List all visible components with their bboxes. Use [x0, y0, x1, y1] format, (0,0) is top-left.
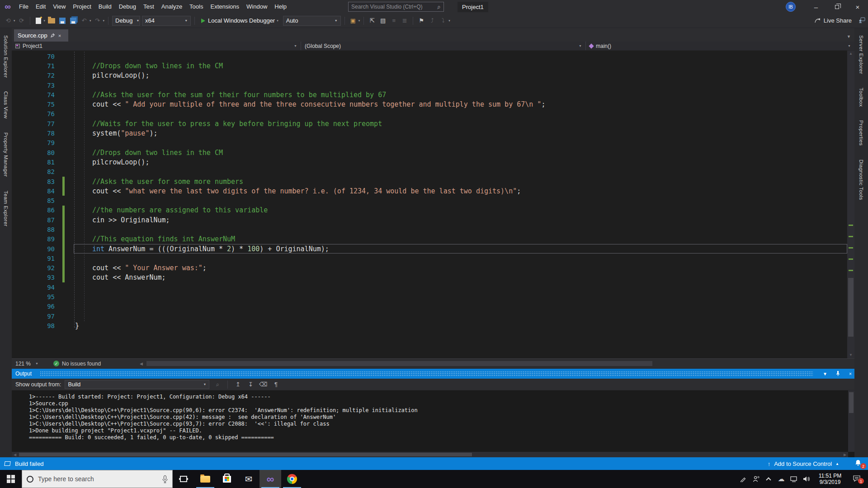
mail-button[interactable]: ✉ — [238, 470, 259, 488]
line-number[interactable]: 70 — [12, 53, 55, 60]
code-line-93[interactable]: 93cout << AnswerNum; — [12, 273, 847, 282]
scroll-up-arrow[interactable]: ▲ — [847, 51, 854, 57]
toolbar-overflow[interactable]: ▾ — [448, 19, 450, 23]
performance-profiler-button[interactable]: ▣ — [349, 16, 358, 25]
undo-dropdown[interactable]: ▾ — [90, 19, 91, 23]
task-view-button[interactable] — [173, 470, 194, 488]
output-line[interactable]: 1>C:\Users\dell\Desktop\C++\Project1\Sou… — [29, 407, 848, 414]
start-debug-button[interactable]: Local Windows Debugger ▾ — [198, 16, 281, 26]
output-line[interactable]: 1>C:\Users\dell\Desktop\C++\Project1\Sou… — [29, 414, 848, 421]
line-number[interactable]: 86 — [12, 206, 55, 214]
code-line-92[interactable]: 92cout << " Your Answer was:"; — [12, 263, 847, 273]
scroll-down-arrow[interactable]: ▼ — [847, 352, 854, 358]
code-line-74[interactable]: 74//Asks the user for the sum of their f… — [12, 90, 847, 99]
find-in-files-button[interactable]: ⇱ — [368, 16, 377, 25]
code-line-98[interactable]: 98} — [12, 321, 847, 330]
output-line[interactable]: 1>C:\Users\dell\Desktop\C++\Project1\Sou… — [29, 421, 848, 427]
menu-debug[interactable]: Debug — [115, 0, 140, 14]
code-line-89[interactable]: 89//This equation finds int AnswerNuM — [12, 235, 847, 244]
onedrive-icon[interactable]: ☁ — [776, 470, 787, 488]
taskbar-search-input[interactable]: Type here to search — [22, 470, 173, 488]
line-number[interactable]: 97 — [12, 313, 55, 320]
line-number[interactable]: 87 — [12, 216, 55, 224]
line-number[interactable]: 89 — [12, 235, 55, 243]
output-line[interactable]: 1>Source.cpp — [29, 400, 848, 407]
platform-select[interactable]: x64▼ — [142, 16, 191, 26]
uncomment-button[interactable]: ≣ — [400, 16, 409, 25]
code-line-77[interactable]: 77//Waits for the user to press a key be… — [12, 119, 847, 128]
code-line-70[interactable]: 70 — [12, 52, 847, 61]
new-file-button[interactable] — [34, 16, 43, 25]
undo-button[interactable]: ↶ — [80, 16, 89, 25]
avatar[interactable]: IB — [786, 2, 796, 12]
code-line-79[interactable]: 79 — [12, 138, 847, 148]
line-number[interactable]: 79 — [12, 139, 55, 146]
code-editor[interactable]: 7071//Drops down two lines in the CM72pi… — [12, 51, 854, 358]
line-number[interactable]: 84 — [12, 188, 55, 195]
panel-tab-toolbox[interactable]: Toolbox — [859, 84, 864, 110]
menu-file[interactable]: File — [15, 0, 32, 14]
line-number[interactable]: 95 — [12, 293, 55, 300]
line-number[interactable]: 71 — [12, 62, 55, 70]
code-line-94[interactable]: 94 — [12, 282, 847, 292]
output-pin-icon[interactable] — [834, 371, 842, 377]
menu-extensions[interactable]: Extensions — [207, 0, 243, 14]
code-line-83[interactable]: 83//Asks the user for some more numbers — [12, 177, 847, 186]
menu-analyze[interactable]: Analyze — [158, 0, 186, 14]
hscroll-thumb[interactable] — [146, 361, 652, 366]
panel-tab-team-explorer[interactable]: Team Explorer — [3, 187, 9, 230]
code-line-90[interactable]: 90int AnswerNum = (((OriginalNum * 2) * … — [12, 244, 847, 253]
line-number[interactable]: 90 — [12, 245, 55, 253]
code-line-91[interactable]: 91 — [12, 253, 847, 263]
mic-icon[interactable] — [162, 475, 168, 483]
save-button[interactable] — [58, 16, 67, 25]
menu-project[interactable]: Project — [69, 0, 94, 14]
tab-close-icon[interactable]: × — [58, 33, 61, 38]
configuration-select[interactable]: Debug▼ — [112, 16, 140, 26]
output-line[interactable]: 1>------ Build started: Project: Project… — [29, 394, 848, 400]
output-vertical-scrollbar[interactable] — [848, 390, 854, 452]
line-number[interactable]: 92 — [12, 264, 55, 272]
code-line-86[interactable]: 86//the numbers are assigned to this var… — [12, 206, 847, 215]
nav-back-dropdown[interactable]: ▾ — [14, 19, 15, 23]
editor-vertical-scrollbar[interactable]: ▲ ▼ — [847, 51, 854, 358]
code-line-88[interactable]: 88 — [12, 225, 847, 234]
bookmark-button[interactable]: ⚑ — [417, 16, 426, 25]
code-line-95[interactable]: 95 — [12, 292, 847, 301]
menu-test[interactable]: Test — [140, 0, 158, 14]
navigate-button[interactable]: ▤ — [378, 16, 387, 25]
panel-tab-diagnostic-tools[interactable]: Diagnostic Tools — [859, 156, 864, 204]
line-number[interactable]: 83 — [12, 178, 55, 185]
code-line-82[interactable]: 82 — [12, 167, 847, 177]
output-horizontal-scrollbar[interactable]: ◀ ▶ — [12, 452, 848, 457]
store-button[interactable] — [216, 470, 238, 488]
output-close-icon[interactable]: × — [846, 371, 854, 376]
open-file-button[interactable] — [47, 16, 56, 25]
code-line-85[interactable]: 85 — [12, 196, 847, 205]
editor-horizontal-scrollbar[interactable]: ◀ — [140, 360, 847, 367]
add-to-source-control-button[interactable]: Add to Source Control — [774, 460, 832, 467]
scrollbar-thumb[interactable] — [848, 278, 854, 337]
line-number[interactable]: 76 — [12, 110, 55, 117]
line-number[interactable]: 72 — [12, 72, 55, 79]
code-line-73[interactable]: 73 — [12, 80, 847, 90]
file-explorer-button[interactable] — [194, 470, 216, 488]
code-line-71[interactable]: 71//Drops down two lines in the CM — [12, 61, 847, 70]
line-number[interactable]: 73 — [12, 82, 55, 89]
visual-studio-button[interactable]: ∞ — [259, 470, 281, 488]
feedback-icon[interactable] — [859, 17, 865, 24]
menu-help[interactable]: Help — [271, 0, 290, 14]
breadcrumb-project[interactable]: Project1 ▼ — [12, 42, 301, 50]
comment-button[interactable]: ≡ — [389, 16, 398, 25]
profiler-dropdown[interactable]: ▾ — [359, 19, 360, 23]
new-file-dropdown[interactable]: ▾ — [44, 19, 46, 23]
document-health[interactable]: ✓ No issues found — [53, 361, 101, 367]
prev-bookmark-button[interactable]: ⤴ — [428, 16, 437, 25]
line-number[interactable]: 96 — [12, 303, 55, 310]
save-all-button[interactable] — [69, 16, 78, 25]
search-input[interactable]: Search Visual Studio (Ctrl+Q) ⌕ — [348, 2, 444, 12]
line-number[interactable]: 93 — [12, 274, 55, 281]
line-number[interactable]: 77 — [12, 120, 55, 127]
close-button[interactable]: × — [847, 0, 868, 14]
code-line-81[interactable]: 81pilcrowLoop(); — [12, 157, 847, 167]
